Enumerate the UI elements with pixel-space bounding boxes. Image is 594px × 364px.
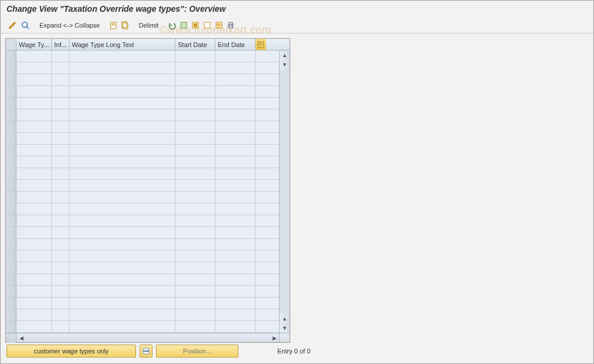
customer-wage-types-button[interactable]: customer wage types only	[6, 345, 136, 358]
row-selector[interactable]	[6, 145, 16, 156]
select-all-icon[interactable]	[178, 20, 189, 31]
scroll-down-icon[interactable]: ▼	[280, 60, 290, 69]
row-cells[interactable]	[16, 298, 279, 309]
row-cells[interactable]	[16, 251, 279, 262]
print-icon[interactable]	[225, 20, 236, 31]
table-header: Wage Ty... Inf... Wage Type Long Text St…	[6, 39, 290, 51]
row-selector[interactable]	[6, 168, 16, 179]
scroll-up-icon[interactable]: ▲	[280, 51, 290, 60]
vertical-scrollbar[interactable]: ▲ ▼ ▲ ▼	[279, 51, 290, 333]
table-row	[6, 74, 279, 86]
row-cells[interactable]	[16, 74, 279, 85]
row-selector[interactable]	[6, 62, 16, 74]
row-cells[interactable]	[16, 98, 279, 109]
row-selector[interactable]	[6, 251, 16, 262]
row-selector[interactable]	[6, 192, 16, 203]
row-selector[interactable]	[6, 203, 16, 215]
row-cells[interactable]	[16, 156, 279, 168]
row-selector[interactable]	[6, 262, 16, 273]
horizontal-scrollbar[interactable]: ◀ ▶	[6, 333, 290, 342]
row-selector[interactable]	[6, 298, 16, 309]
row-selector[interactable]	[6, 239, 16, 250]
select-block-icon[interactable]	[190, 20, 201, 31]
row-cells[interactable]	[16, 227, 279, 238]
toggle-display-change-icon[interactable]	[6, 20, 18, 31]
scroll-up-bottom-icon[interactable]: ▲	[280, 314, 290, 323]
row-cells[interactable]	[16, 168, 279, 179]
row-selector[interactable]	[6, 227, 16, 238]
copy-as-icon[interactable]	[120, 20, 131, 31]
table-row	[6, 192, 279, 203]
delimit-button[interactable]: Delimit	[135, 22, 162, 29]
row-selector[interactable]	[6, 274, 16, 285]
row-selector[interactable]	[6, 51, 16, 62]
row-selector[interactable]	[6, 215, 16, 226]
row-cells[interactable]	[16, 180, 279, 191]
row-cells[interactable]	[16, 274, 279, 285]
table-row	[6, 298, 279, 309]
row-selector[interactable]	[6, 86, 16, 97]
row-selector[interactable]	[6, 180, 16, 191]
svg-rect-15	[229, 22, 233, 24]
footer-bar: customer wage types only Position... Ent…	[6, 345, 588, 358]
row-cells[interactable]	[16, 239, 279, 250]
svg-rect-21	[143, 350, 149, 352]
table-row	[6, 203, 279, 215]
configure-columns-icon[interactable]	[255, 39, 266, 50]
row-cells[interactable]	[16, 203, 279, 215]
row-selector[interactable]	[6, 109, 16, 121]
data-table: Wage Ty... Inf... Wage Type Long Text St…	[5, 38, 290, 343]
table-row	[6, 109, 279, 121]
table-row	[6, 251, 279, 262]
row-cells[interactable]	[16, 215, 279, 226]
scroll-down-bottom-icon[interactable]: ▼	[280, 323, 290, 333]
row-selector[interactable]	[6, 156, 16, 168]
page-title: Change View "Taxation Override wage type…	[1, 1, 593, 17]
row-selector[interactable]	[6, 98, 16, 109]
row-cells[interactable]	[16, 192, 279, 203]
scroll-right-icon[interactable]: ▶	[270, 333, 279, 342]
table-row	[6, 145, 279, 156]
row-cells[interactable]	[16, 86, 279, 97]
row-cells[interactable]	[16, 121, 279, 132]
row-selector[interactable]	[6, 121, 16, 132]
column-long-text[interactable]: Wage Type Long Text	[69, 39, 175, 50]
svg-rect-17	[258, 42, 264, 48]
undo-icon[interactable]	[167, 20, 177, 31]
position-button[interactable]: Position...	[156, 345, 238, 358]
row-cells[interactable]	[16, 286, 279, 297]
table-row	[6, 86, 279, 98]
deselect-all-icon[interactable]	[202, 20, 213, 31]
row-cells[interactable]	[16, 321, 279, 332]
row-cells[interactable]	[16, 133, 279, 144]
svg-rect-4	[112, 25, 115, 25]
row-cells[interactable]	[16, 109, 279, 121]
table-row	[6, 239, 279, 251]
row-cells[interactable]	[16, 145, 279, 156]
column-end-date[interactable]: End Date	[215, 39, 255, 50]
row-selector[interactable]	[6, 74, 16, 85]
column-wage-type[interactable]: Wage Ty...	[16, 39, 52, 50]
table-row	[6, 98, 279, 109]
select-all-column[interactable]	[6, 39, 16, 50]
row-cells[interactable]	[16, 309, 279, 320]
new-entries-icon[interactable]	[108, 20, 119, 31]
row-selector[interactable]	[6, 321, 16, 332]
svg-rect-7	[181, 22, 187, 28]
row-cells[interactable]	[16, 51, 279, 62]
scroll-left-icon[interactable]: ◀	[16, 333, 26, 342]
details-icon[interactable]	[19, 20, 31, 31]
row-selector[interactable]	[6, 286, 16, 297]
row-selector[interactable]	[6, 133, 16, 144]
column-infotype[interactable]: Inf...	[52, 39, 69, 50]
column-start-date[interactable]: Start Date	[175, 39, 215, 50]
position-icon-button[interactable]	[140, 345, 152, 358]
row-selector[interactable]	[6, 309, 16, 320]
row-cells[interactable]	[16, 262, 279, 273]
expand-collapse-button[interactable]: Expand <-> Collapse	[36, 22, 104, 29]
table-settings-icon[interactable]	[214, 20, 224, 31]
row-cells[interactable]	[16, 62, 279, 74]
table-row	[6, 215, 279, 227]
table-row	[6, 321, 279, 333]
table-row	[6, 121, 279, 133]
